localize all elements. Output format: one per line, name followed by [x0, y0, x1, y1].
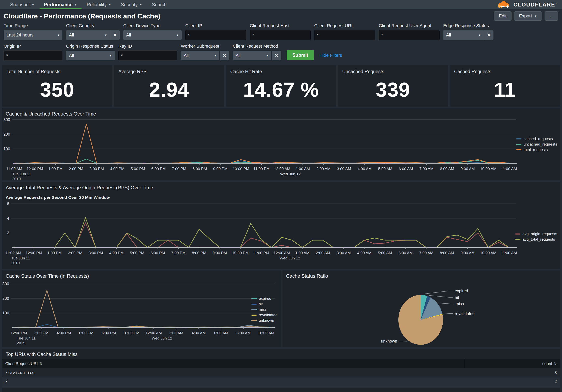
- export-button[interactable]: Export▼: [514, 11, 542, 21]
- edge-response-status-select[interactable]: All▼: [443, 30, 484, 40]
- filter-label: Ray ID: [118, 44, 177, 49]
- origin-response-status-select[interactable]: All▼: [66, 51, 115, 60]
- legend-item[interactable]: revalidated: [251, 313, 278, 317]
- filter-client-device-type: Client Device Type All▼: [123, 23, 182, 40]
- nav-item-snapshot[interactable]: Snapshot ▼: [5, 0, 39, 9]
- nav-item-search[interactable]: Search: [147, 0, 172, 9]
- hide-filters-link[interactable]: Hide Filters: [319, 53, 342, 58]
- svg-text:Wed Jun 12: Wed Jun 12: [280, 172, 301, 176]
- cached-uncached-chart[interactable]: 10020030011:00 AM12:00 PM1:00 PM2:00 PM3…: [2, 117, 560, 180]
- legend-swatch: [516, 144, 521, 145]
- svg-text:revalidated: revalidated: [455, 311, 475, 316]
- svg-text:2019: 2019: [12, 177, 21, 180]
- svg-text:miss: miss: [456, 302, 464, 306]
- client-request-user-agent-input[interactable]: [379, 30, 440, 40]
- legend-item[interactable]: cached_requests: [516, 137, 557, 141]
- chart-legend: avg_origin_requestsavg_total_requests: [515, 232, 557, 242]
- svg-text:6: 6: [7, 201, 9, 206]
- nav-label: Reliability: [87, 2, 107, 8]
- avg-rps-chart[interactable]: 24611:00 AM12:00 PM1:00 PM2:00 PM3:00 PM…: [2, 200, 560, 265]
- chevron-down-icon: ▼: [478, 34, 481, 37]
- panel-cache-status-chart: Cache Status Over Time (in Requests) 100…: [2, 270, 281, 347]
- nav-item-security[interactable]: Security ▼: [116, 0, 147, 9]
- filter-label: Client Request User Agent: [379, 23, 440, 28]
- filter-row-1: Time Range Last 24 hours▼ Client Country…: [4, 23, 558, 40]
- client-device-type-select[interactable]: All▼: [123, 30, 182, 40]
- svg-text:12:00 PM: 12:00 PM: [11, 331, 27, 335]
- legend-item[interactable]: uncached_requests: [516, 142, 557, 147]
- legend-item[interactable]: avg_origin_requests: [515, 232, 557, 236]
- svg-text:2: 2: [7, 231, 9, 235]
- svg-text:7:00 AM: 7:00 AM: [419, 167, 433, 171]
- stat-value: 350: [7, 78, 108, 101]
- chevron-down-icon: ▼: [176, 34, 179, 37]
- edit-button[interactable]: Edit: [494, 11, 512, 21]
- chart-subtitle: Average Requests per Second Over 30 Min …: [2, 191, 560, 200]
- worker-subrequest-select[interactable]: All▼: [181, 51, 219, 60]
- ray-id-input[interactable]: [118, 51, 177, 60]
- more-options-button[interactable]: ...: [545, 11, 558, 21]
- origin-ip-input[interactable]: [4, 51, 62, 60]
- stat-cache-hit-rate: Cache Hit Rate 14.67 %: [226, 65, 336, 107]
- legend-item[interactable]: total_requests: [516, 148, 557, 152]
- nav-item-performance[interactable]: Performance ▼: [39, 0, 82, 9]
- stat-value: 2.94: [118, 78, 220, 101]
- client-country-select[interactable]: All▼: [66, 30, 110, 40]
- filter-label: Worker Subrequest: [181, 44, 229, 49]
- clear-filter-icon[interactable]: ✕: [220, 51, 229, 60]
- legend-item[interactable]: miss: [251, 307, 278, 312]
- cache-status-chart[interactable]: 10020030012:00 PM2:00 PM4:00 PM6:00 PM8:…: [2, 279, 275, 345]
- svg-text:5:00 AM: 5:00 AM: [378, 251, 392, 255]
- time-range-select[interactable]: Last 24 hours▼: [4, 30, 62, 40]
- clear-filter-icon[interactable]: ✕: [484, 30, 493, 40]
- table-body: /favicon.ico3/2: [2, 368, 560, 386]
- legend-item[interactable]: avg_total_requests: [515, 237, 557, 242]
- filter-label: Origin IP: [4, 44, 62, 49]
- svg-text:10:00 AM: 10:00 AM: [480, 167, 496, 171]
- chevron-down-icon: ▼: [534, 15, 537, 18]
- legend-label: total_requests: [524, 148, 548, 152]
- stat-value: 11: [454, 78, 555, 101]
- stat-label: Cache Hit Rate: [230, 69, 332, 74]
- svg-text:6:00 AM: 6:00 AM: [398, 251, 413, 255]
- svg-text:4:00 AM: 4:00 AM: [357, 251, 371, 255]
- column-header-count[interactable]: count⇅: [465, 359, 560, 368]
- panel-avg-rps-chart: Average Total Requests & Average Origin …: [2, 182, 560, 269]
- client-request-host-input[interactable]: [250, 30, 311, 40]
- legend-item[interactable]: unknown: [251, 318, 278, 323]
- clear-filter-icon[interactable]: ✕: [110, 30, 120, 40]
- filter-label: Client Request Method: [233, 44, 281, 49]
- stat-panels: Total Number of Requests 350 Average RPS…: [2, 65, 560, 107]
- nav-item-reliability[interactable]: Reliability ▼: [82, 0, 116, 9]
- cache-status-pie-chart[interactable]: expiredhitmissrevalidatedunknown: [282, 279, 560, 346]
- stat-total-requests: Total Number of Requests 350: [2, 65, 112, 107]
- svg-text:8:00 PM: 8:00 PM: [192, 251, 206, 255]
- submit-button[interactable]: Submit: [287, 50, 314, 60]
- clear-filter-icon[interactable]: ✕: [272, 51, 281, 60]
- svg-text:10:00 PM: 10:00 PM: [232, 251, 248, 255]
- page-header: Cloudflare - Performance (Requests and C…: [0, 9, 562, 22]
- filter-client-request-user-agent: Client Request User Agent: [379, 23, 440, 40]
- table-row: /2: [2, 377, 560, 386]
- svg-text:unknown: unknown: [381, 339, 397, 343]
- stat-average-rps: Average RPS 2.94: [114, 65, 224, 107]
- client-ip-input[interactable]: [185, 30, 246, 40]
- filters-bar: Time Range Last 24 hours▼ Client Country…: [0, 22, 562, 64]
- filter-client-request-method: Client Request Method All▼ ✕: [233, 44, 281, 60]
- panel-top-uris: Top URIs with Cache Status Miss ClientRe…: [2, 349, 560, 392]
- table-header: ClientRequestURI⇅ count⇅: [2, 359, 560, 368]
- legend-swatch: [251, 298, 257, 299]
- svg-text:9:00 PM: 9:00 PM: [212, 251, 227, 255]
- svg-text:11:00 AM: 11:00 AM: [501, 167, 517, 171]
- client-request-uri-input[interactable]: [314, 30, 375, 40]
- client-request-method-select[interactable]: All▼: [233, 51, 271, 60]
- svg-text:1:00 AM: 1:00 AM: [296, 167, 310, 171]
- svg-text:1:00 AM: 1:00 AM: [295, 251, 309, 255]
- legend-item[interactable]: expired: [251, 296, 278, 301]
- svg-text:6:00 AM: 6:00 AM: [399, 167, 413, 171]
- legend-item[interactable]: hit: [251, 302, 278, 306]
- legend-swatch: [515, 233, 520, 234]
- column-header-uri[interactable]: ClientRequestURI⇅: [2, 361, 465, 366]
- filter-origin-ip: Origin IP: [4, 44, 62, 60]
- svg-text:300: 300: [2, 282, 9, 286]
